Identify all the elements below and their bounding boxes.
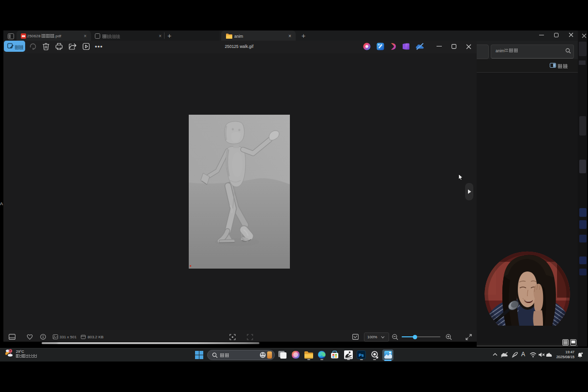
svg-text:Ps: Ps — [359, 353, 364, 358]
